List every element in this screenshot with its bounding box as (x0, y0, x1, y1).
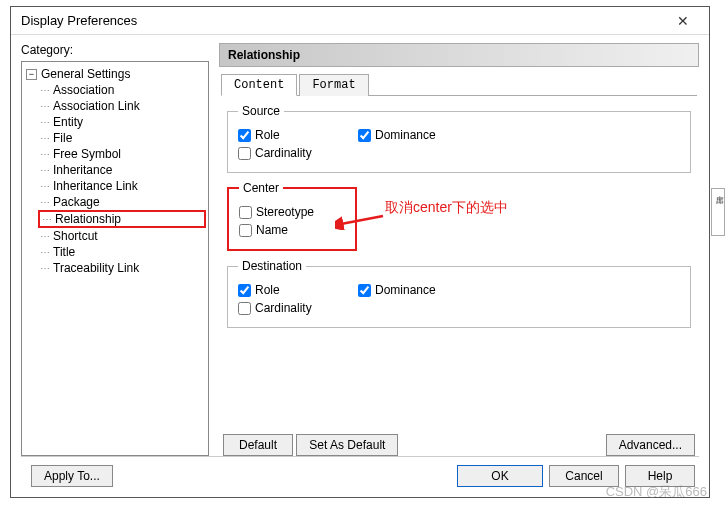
tree-branch-icon: ⋯ (42, 214, 53, 225)
tree-item-label: Inheritance Link (53, 179, 138, 193)
tree-root-label: General Settings (41, 67, 130, 81)
tree-item-label: File (53, 131, 72, 145)
tree-branch-icon: ⋯ (40, 231, 51, 242)
checkbox-source-cardinality-input[interactable] (238, 147, 251, 160)
tree-branch-icon: ⋯ (40, 247, 51, 258)
tree-item-title[interactable]: ⋯Title (38, 244, 206, 260)
tree-item-inheritance[interactable]: ⋯Inheritance (38, 162, 206, 178)
panel-header: Relationship (219, 43, 699, 67)
tree-item-entity[interactable]: ⋯Entity (38, 114, 206, 130)
tree-branch-icon: ⋯ (40, 263, 51, 274)
tree-item-inheritance-link[interactable]: ⋯Inheritance Link (38, 178, 206, 194)
tree-root-general-settings[interactable]: − General Settings (24, 66, 206, 82)
tree-branch-icon: ⋯ (40, 165, 51, 176)
close-button[interactable]: ✕ (663, 9, 703, 33)
tabs: Content Format (221, 73, 697, 96)
group-destination-legend: Destination (238, 259, 306, 273)
annotation-text: 取消center下的选中 (385, 199, 508, 217)
tree-item-label: Entity (53, 115, 83, 129)
tree-branch-icon: ⋯ (40, 101, 51, 112)
group-center: Center Stereotype Name (227, 181, 357, 251)
tree-item-association-link[interactable]: ⋯Association Link (38, 98, 206, 114)
group-destination: Destination Role Dominance (227, 259, 691, 328)
checkbox-destination-cardinality-input[interactable] (238, 302, 251, 315)
checkbox-source-dominance-input[interactable] (358, 129, 371, 142)
category-tree[interactable]: − General Settings ⋯Association⋯Associat… (21, 61, 209, 456)
ok-button[interactable]: OK (457, 465, 543, 487)
tree-item-file[interactable]: ⋯File (38, 130, 206, 146)
tree-branch-icon: ⋯ (40, 117, 51, 128)
tree-item-free-symbol[interactable]: ⋯Free Symbol (38, 146, 206, 162)
tree-item-label: Relationship (55, 212, 121, 226)
tab-format[interactable]: Format (299, 74, 368, 96)
checkbox-source-role-input[interactable] (238, 129, 251, 142)
tree-item-package[interactable]: ⋯Package (38, 194, 206, 210)
tree-item-label: Shortcut (53, 229, 98, 243)
collapse-icon[interactable]: − (26, 69, 37, 80)
apply-to-button[interactable]: Apply To... (31, 465, 113, 487)
help-button[interactable]: Help (625, 465, 695, 487)
tree-item-label: Association (53, 83, 114, 97)
tree-item-relationship[interactable]: ⋯Relationship (38, 210, 206, 228)
default-button[interactable]: Default (223, 434, 293, 456)
tree-item-label: Association Link (53, 99, 140, 113)
checkbox-center-stereotype[interactable]: Stereotype (239, 205, 329, 219)
window-title: Display Preferences (21, 13, 663, 28)
titlebar: Display Preferences ✕ (11, 7, 709, 35)
tree-item-label: Traceability Link (53, 261, 139, 275)
checkbox-center-stereotype-input[interactable] (239, 206, 252, 219)
checkbox-center-name[interactable]: Name (239, 223, 329, 237)
tree-item-label: Package (53, 195, 100, 209)
checkbox-destination-role[interactable]: Role (238, 283, 328, 297)
tab-content[interactable]: Content (221, 74, 297, 96)
checkbox-destination-dominance[interactable]: Dominance (358, 283, 448, 297)
tree-branch-icon: ⋯ (40, 197, 51, 208)
tree-item-label: Title (53, 245, 75, 259)
tree-item-traceability-link[interactable]: ⋯Traceability Link (38, 260, 206, 276)
background-fragment: 出库 (711, 188, 725, 236)
checkbox-center-name-input[interactable] (239, 224, 252, 237)
display-preferences-dialog: Display Preferences ✕ Category: − Genera… (10, 6, 710, 498)
close-icon: ✕ (677, 13, 689, 29)
tree-item-label: Free Symbol (53, 147, 121, 161)
group-source: Source Role Dominance (227, 104, 691, 173)
checkbox-destination-role-input[interactable] (238, 284, 251, 297)
checkbox-destination-cardinality[interactable]: Cardinality (238, 301, 328, 315)
set-as-default-button[interactable]: Set As Default (296, 434, 398, 456)
tree-branch-icon: ⋯ (40, 85, 51, 96)
advanced-button[interactable]: Advanced... (606, 434, 695, 456)
group-source-legend: Source (238, 104, 284, 118)
checkbox-source-dominance[interactable]: Dominance (358, 128, 448, 142)
tree-item-shortcut[interactable]: ⋯Shortcut (38, 228, 206, 244)
tree-item-label: Inheritance (53, 163, 112, 177)
checkbox-destination-dominance-input[interactable] (358, 284, 371, 297)
cancel-button[interactable]: Cancel (549, 465, 619, 487)
category-label: Category: (21, 43, 209, 57)
checkbox-source-role[interactable]: Role (238, 128, 328, 142)
tree-branch-icon: ⋯ (40, 133, 51, 144)
checkbox-source-cardinality[interactable]: Cardinality (238, 146, 328, 160)
tree-branch-icon: ⋯ (40, 149, 51, 160)
tree-item-association[interactable]: ⋯Association (38, 82, 206, 98)
tree-branch-icon: ⋯ (40, 181, 51, 192)
group-center-legend: Center (239, 181, 283, 195)
